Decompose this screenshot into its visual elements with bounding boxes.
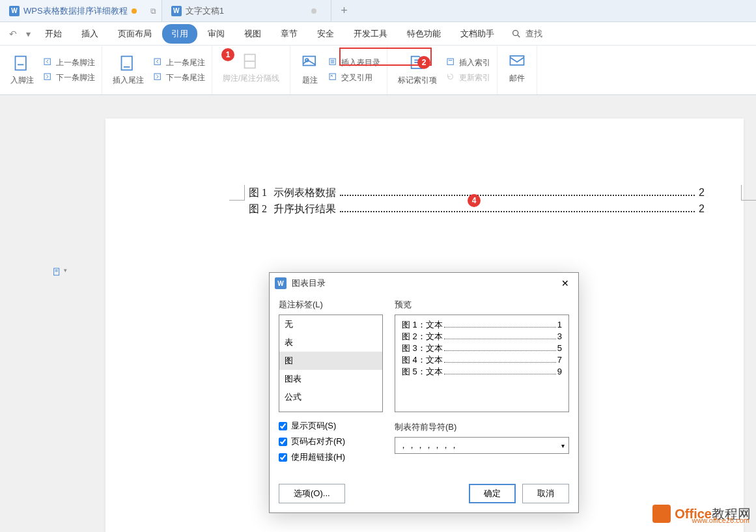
svg-rect-5: [44, 74, 50, 79]
menu-chapter[interactable]: 章节: [272, 24, 307, 44]
undo-icon[interactable]: ↶: [5, 26, 21, 42]
watermark: Office 教程网 www.office26.com: [652, 505, 751, 523]
tab-2-label: 文字文稿1: [186, 5, 224, 17]
list-item-formula[interactable]: 公式: [279, 388, 382, 406]
align-right-checkbox[interactable]: 页码右对齐(R): [279, 436, 383, 447]
prev-icon: [153, 57, 163, 68]
menu-search[interactable]: 查找: [511, 28, 542, 40]
wps-doc-icon: W: [275, 277, 287, 289]
dialog-titlebar[interactable]: W 图表目录 ✕: [270, 273, 578, 294]
next-icon: [153, 72, 163, 83]
menu-doc-helper[interactable]: 文档助手: [451, 24, 503, 44]
svg-point-0: [513, 30, 518, 35]
menu-dev-tools[interactable]: 开发工具: [344, 24, 397, 44]
insert-footnote-label: 入脚注: [10, 75, 34, 86]
menu-insert[interactable]: 插入: [72, 24, 107, 44]
menu-page-layout[interactable]: 页面布局: [109, 24, 161, 44]
menu-special[interactable]: 特色功能: [398, 24, 450, 44]
preview-box: 图 1：文本1 图 2：文本3 图 3：文本5 图 4：文本7 图 5：文本9: [395, 315, 569, 412]
caption-label: 题注: [302, 75, 318, 86]
list-item-table[interactable]: 表: [279, 333, 382, 352]
tab-1[interactable]: W WPS表格数据排序详细教程 ⧉: [0, 0, 162, 21]
badge-1: 1: [221, 48, 234, 61]
svg-rect-21: [511, 56, 524, 65]
list-item-none[interactable]: 无: [279, 315, 382, 333]
next-endnote[interactable]: 下一条尾注: [150, 70, 208, 85]
mail-icon: [508, 52, 526, 70]
preview-label: 预览: [395, 299, 569, 311]
svg-rect-22: [54, 268, 59, 275]
paste-options-icon[interactable]: ▾: [52, 267, 67, 277]
insert-endnote-button[interactable]: 插入尾注: [106, 48, 150, 92]
wps-doc-icon: W: [9, 6, 20, 16]
footnote-icon: [13, 54, 31, 72]
dot-leader: [340, 195, 695, 196]
mail-label: 邮件: [509, 73, 525, 84]
next-footnote[interactable]: 下一条脚注: [40, 70, 98, 85]
dropdown-arrow-icon: ▾: [561, 442, 565, 449]
caption-icon: [301, 54, 319, 72]
tab-leader-select[interactable]: ，，，，，，， ▾: [395, 437, 569, 454]
figure-toc-dialog: W 图表目录 ✕ 题注标签(L) 无 表 图 图表 公式 显示页码(S) 页码右…: [269, 272, 579, 513]
mark-index-label: 标记索引项: [398, 75, 437, 86]
tab-leader-label: 制表符前导符(B): [395, 421, 569, 433]
menu-reference[interactable]: 引用: [162, 24, 197, 44]
ribbon-toolbar: 入脚注 上一条脚注 下一条脚注 插入尾注 上一条尾注 下一条尾注 脚注/尾注分隔…: [0, 46, 756, 95]
close-button[interactable]: ✕: [557, 277, 573, 290]
cancel-button[interactable]: 取消: [522, 484, 569, 503]
mail-button[interactable]: 邮件: [501, 48, 533, 88]
separator-icon: [242, 52, 260, 70]
next-icon: [43, 72, 53, 83]
svg-rect-9: [154, 74, 160, 79]
tab-2[interactable]: W 文字文稿1: [162, 0, 331, 21]
search-label: 查找: [525, 28, 542, 40]
svg-rect-6: [122, 57, 132, 70]
caption-button[interactable]: 题注: [294, 48, 326, 92]
search-icon: [511, 29, 522, 39]
caption-type-listbox[interactable]: 无 表 图 图表 公式: [279, 315, 383, 412]
mark-index-button[interactable]: 标记索引项: [391, 48, 443, 92]
redo-dropdown-icon[interactable]: ▾: [22, 26, 35, 42]
options-button[interactable]: 选项(O)...: [279, 484, 345, 503]
endnote-icon: [119, 54, 137, 72]
prev-footnote[interactable]: 上一条脚注: [40, 55, 98, 70]
insert-footnote-button[interactable]: 入脚注: [4, 48, 40, 92]
office-logo-icon: [652, 505, 671, 523]
menu-bar: ↶ ▾ 开始 插入 页面布局 引用 审阅 视图 章节 安全 开发工具 特色功能 …: [0, 22, 756, 46]
svg-rect-4: [44, 59, 50, 64]
document-tabs: W WPS表格数据排序详细教程 ⧉ W 文字文稿1 +: [0, 0, 756, 22]
dialog-title: 图表目录: [292, 277, 326, 289]
insert-index-icon: [446, 57, 456, 68]
insert-index[interactable]: 插入索引: [443, 55, 493, 70]
menu-start[interactable]: 开始: [36, 24, 71, 44]
menu-view[interactable]: 视图: [235, 24, 270, 44]
insert-figure-toc[interactable]: 插入表目录: [326, 55, 383, 70]
update-index[interactable]: 更新索引: [443, 70, 493, 85]
update-index-icon: [446, 72, 456, 83]
menu-review[interactable]: 审阅: [199, 24, 234, 44]
prev-icon: [43, 57, 53, 68]
insert-endnote-label: 插入尾注: [113, 75, 144, 86]
status-dot: [311, 8, 316, 14]
wps-doc-icon: W: [171, 6, 182, 16]
ok-button[interactable]: 确定: [469, 484, 516, 503]
badge-4: 4: [468, 194, 481, 207]
show-page-checkbox[interactable]: 显示页码(S): [279, 420, 383, 432]
svg-rect-2: [16, 57, 26, 70]
svg-rect-19: [447, 59, 453, 64]
svg-rect-8: [154, 59, 160, 64]
cross-reference[interactable]: 交叉引用: [326, 70, 383, 85]
tab-1-label: WPS表格数据排序详细教程: [23, 5, 128, 17]
list-item-chart[interactable]: 图表: [279, 370, 382, 388]
hyperlink-checkbox[interactable]: 使用超链接(H): [279, 451, 383, 463]
prev-endnote[interactable]: 上一条尾注: [150, 55, 208, 70]
external-icon[interactable]: ⧉: [150, 7, 156, 16]
menu-security[interactable]: 安全: [308, 24, 343, 44]
svg-line-1: [518, 35, 520, 37]
caption-label-label: 题注标签(L): [279, 299, 383, 311]
new-tab-button[interactable]: +: [331, 0, 357, 21]
modified-indicator: [132, 8, 137, 14]
cross-ref-icon: [328, 72, 339, 83]
list-item-figure[interactable]: 图: [279, 352, 382, 370]
margin-corner-tr: [741, 185, 756, 201]
